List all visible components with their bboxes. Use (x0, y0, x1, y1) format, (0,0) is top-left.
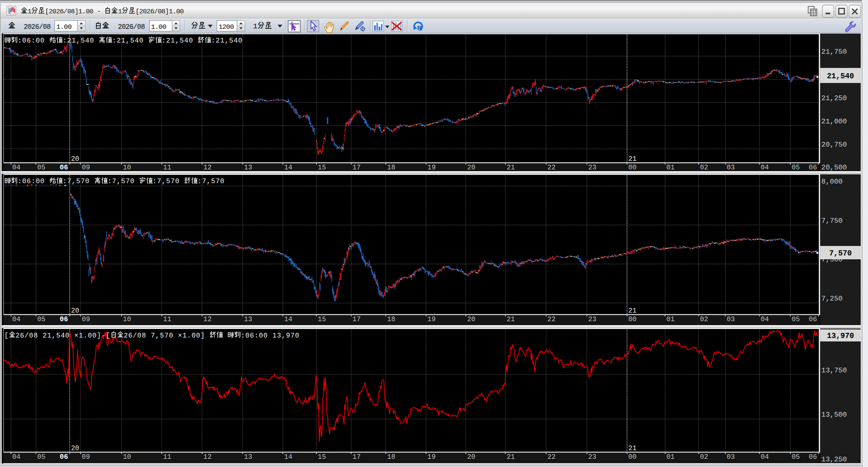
svg-text:21: 21 (628, 307, 636, 315)
svg-text:03: 03 (727, 316, 735, 323)
svg-text:04: 04 (761, 164, 769, 172)
svg-text:00: 00 (628, 164, 636, 172)
svg-text:00: 00 (628, 453, 636, 461)
svg-text:11: 11 (163, 453, 171, 461)
svg-text:06: 06 (60, 316, 68, 323)
svg-text:21,750: 21,750 (822, 48, 847, 56)
svg-text:7,250: 7,250 (822, 295, 843, 303)
svg-text::06:00 13,970: :06:00 13,970 (241, 332, 300, 340)
svg-text:12: 12 (204, 453, 212, 461)
svg-text:7,570: 7,570 (829, 249, 852, 258)
svg-text:11: 11 (163, 164, 171, 172)
svg-text::21,540: :21,540 (211, 37, 243, 45)
svg-text:13: 13 (244, 164, 252, 172)
svg-text:17: 17 (352, 453, 361, 461)
svg-text::21,540: :21,540 (112, 37, 144, 45)
svg-text:00: 00 (628, 316, 636, 323)
svg-text:[: [ (4, 332, 9, 340)
svg-text:12: 12 (204, 316, 212, 323)
svg-text:20: 20 (71, 307, 79, 315)
svg-text:11: 11 (163, 316, 171, 323)
svg-text:21,540: 21,540 (827, 72, 854, 80)
svg-text:7,750: 7,750 (822, 217, 843, 225)
svg-text:01: 01 (667, 316, 675, 323)
svg-text:09: 09 (82, 164, 90, 172)
svg-text:05: 05 (37, 316, 46, 323)
svg-text:18: 18 (387, 316, 395, 323)
svg-text:06: 06 (809, 164, 817, 172)
svg-text:04: 04 (761, 453, 769, 461)
svg-text:23: 23 (588, 316, 596, 323)
svg-text:21: 21 (628, 155, 636, 163)
svg-text:13,250: 13,250 (822, 455, 847, 464)
svg-text:1: 1 (118, 8, 122, 15)
svg-text:13,750: 13,750 (822, 366, 847, 375)
svg-text:23: 23 (588, 164, 596, 172)
svg-text:01: 01 (667, 164, 675, 172)
svg-text:05: 05 (792, 164, 800, 172)
svg-text:22: 22 (547, 316, 556, 323)
svg-text:21: 21 (628, 445, 636, 452)
svg-text:1: 1 (253, 22, 257, 31)
svg-text:13: 13 (244, 453, 252, 461)
svg-text:04: 04 (761, 316, 769, 323)
svg-text:17: 17 (352, 316, 361, 323)
svg-text::21,540: :21,540 (162, 37, 194, 45)
svg-text:03: 03 (727, 453, 735, 461)
svg-text:21,000: 21,000 (822, 117, 847, 126)
svg-text:×1.00]: ×1.00] (178, 332, 205, 340)
svg-text:10: 10 (123, 453, 131, 461)
svg-text:×1.00]-[: ×1.00]-[ (74, 332, 111, 340)
svg-text:13: 13 (244, 316, 252, 323)
svg-text:02: 02 (700, 164, 708, 172)
svg-text:20: 20 (71, 445, 79, 452)
svg-text:10: 10 (123, 164, 131, 172)
svg-text:02: 02 (700, 453, 708, 461)
svg-text:[2026/08]1.00 -: [2026/08]1.00 - (45, 8, 101, 15)
svg-text:R: R (417, 24, 422, 31)
svg-text::7,570: :7,570 (63, 178, 90, 185)
svg-text:1200: 1200 (219, 23, 234, 31)
svg-text:2026/08: 2026/08 (24, 23, 50, 31)
svg-text:05: 05 (792, 316, 800, 323)
svg-text:21: 21 (507, 164, 515, 172)
svg-text:04: 04 (12, 316, 21, 323)
svg-text:09: 09 (82, 453, 90, 461)
svg-text:06: 06 (809, 453, 817, 461)
svg-text:8,000: 8,000 (822, 178, 843, 186)
svg-text:14: 14 (284, 316, 292, 323)
svg-text:21,250: 21,250 (822, 94, 847, 102)
svg-text:12: 12 (204, 164, 212, 172)
svg-text:1.00: 1.00 (151, 23, 166, 31)
svg-text:2026/08: 2026/08 (118, 23, 145, 31)
svg-text:10: 10 (123, 316, 131, 323)
svg-text:20: 20 (71, 155, 79, 163)
svg-text:13,500: 13,500 (822, 411, 847, 419)
svg-text:19: 19 (427, 453, 436, 461)
svg-text:06: 06 (809, 316, 817, 323)
svg-text:18: 18 (387, 164, 395, 172)
svg-text:19: 19 (427, 316, 436, 323)
svg-text:17: 17 (352, 164, 361, 172)
svg-text:18: 18 (387, 453, 395, 461)
svg-text:22: 22 (547, 453, 556, 461)
svg-text:05: 05 (37, 453, 46, 461)
svg-text:20,500: 20,500 (822, 163, 847, 172)
svg-text:13,970: 13,970 (827, 332, 854, 340)
svg-text::7,570: :7,570 (153, 178, 180, 185)
svg-text:22: 22 (547, 164, 556, 172)
svg-text:20: 20 (467, 453, 476, 461)
svg-text:20: 20 (467, 316, 476, 323)
svg-text:15: 15 (318, 316, 326, 323)
svg-text:20,750: 20,750 (822, 141, 847, 149)
svg-text:05: 05 (792, 453, 800, 461)
svg-text:06: 06 (60, 453, 68, 461)
svg-text:14: 14 (284, 453, 292, 461)
svg-text::06:00: :06:00 (18, 37, 45, 45)
svg-text:20: 20 (467, 164, 476, 172)
svg-text:26/08 21,540: 26/08 21,540 (15, 332, 70, 340)
svg-text:19: 19 (427, 164, 436, 172)
svg-text:04: 04 (12, 164, 21, 172)
svg-text:1.00: 1.00 (56, 23, 71, 31)
svg-text::7,570: :7,570 (198, 178, 225, 185)
